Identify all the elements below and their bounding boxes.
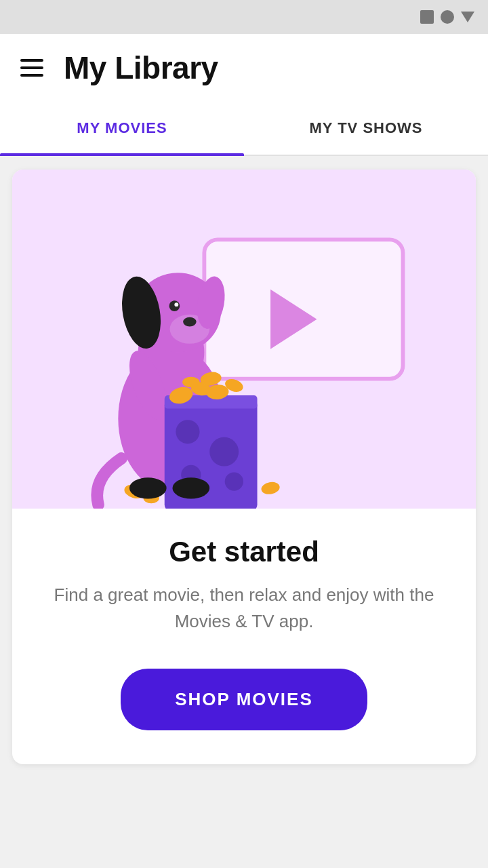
tab-my-movies[interactable]: MY MOVIES: [0, 102, 244, 155]
battery-icon: [420, 10, 434, 24]
status-bar: [0, 0, 488, 34]
menu-icon[interactable]: [20, 59, 43, 77]
illustration-area: [12, 170, 476, 509]
app-bar: My Library: [0, 34, 488, 102]
get-started-title: Get started: [46, 536, 442, 568]
tab-my-tv-shows[interactable]: MY TV SHOWS: [244, 102, 488, 155]
wifi-icon: [461, 12, 474, 22]
svg-point-22: [182, 377, 199, 388]
svg-point-27: [129, 477, 167, 498]
svg-point-8: [174, 302, 178, 307]
signal-icon: [441, 10, 454, 24]
svg-point-14: [209, 437, 239, 467]
svg-point-26: [260, 481, 281, 496]
svg-rect-0: [204, 239, 403, 378]
svg-point-13: [176, 420, 199, 443]
tabs-bar: MY MOVIES MY TV SHOWS: [0, 102, 488, 156]
svg-point-6: [183, 317, 197, 327]
svg-point-28: [172, 477, 209, 498]
svg-point-7: [169, 300, 180, 311]
svg-point-16: [225, 472, 243, 490]
get-started-card: Get started Find a great movie, then rel…: [12, 170, 476, 764]
card-body: Get started Find a great movie, then rel…: [12, 509, 476, 764]
shop-movies-button[interactable]: SHOP MOVIES: [121, 669, 367, 730]
main-content: Get started Find a great movie, then rel…: [0, 156, 488, 778]
get-started-description: Find a great movie, then relax and enjoy…: [46, 582, 442, 635]
page-title: My Library: [64, 50, 218, 86]
